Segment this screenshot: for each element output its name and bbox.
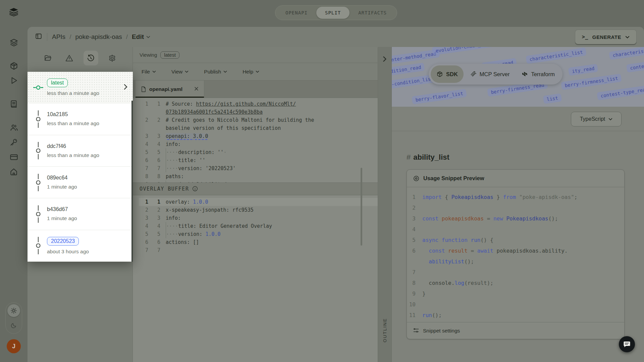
history-scrollbar[interactable] [131,101,133,262]
speakeasy-logo-icon[interactable] [7,6,20,19]
tab-artifacts[interactable]: ARTIFACTS [350,7,395,19]
branch-head-icon [32,72,44,103]
sidebar-item-billing[interactable] [7,150,20,164]
editor-scrollbar[interactable] [361,168,362,246]
version-row-latest[interactable]: latest less than a minute ago [28,72,133,103]
chevron-down-icon [625,36,630,39]
usage-snippet-card: Usage Snippet Preview 1import { Pokeapis… [407,169,625,339]
snippet-code[interactable]: 1import { Pokeapisdkoas } from "poke-api… [407,187,624,323]
version-row[interactable]: 10a2185 less than a minute ago [28,103,133,135]
chevron-right-icon[interactable] [124,84,127,91]
tab-filename: openapi.yaml [149,86,182,92]
commit-node-icon [32,198,44,229]
version-badge-latest: latest [47,79,68,87]
artifact-panel: encounter-method_read evolution-chain_li… [392,47,644,362]
sidebar-item-docs[interactable] [7,97,20,111]
target-terraform-label: Terraform [531,71,555,77]
snippet-title: Usage Snippet Preview [423,175,484,182]
terraform-icon [522,71,528,77]
sidebar-item-packages[interactable] [7,59,20,72]
menu-help[interactable]: Help [243,69,259,75]
dark-mode-button[interactable] [7,319,20,332]
version-time: 1 minute ago [47,184,133,190]
overlay-buffer-editor[interactable]: 11overlay: 1.0.0 22x-speakeasy-jsonpath:… [133,195,378,280]
operation-tag: berry-firmness_list [561,74,622,90]
avatar[interactable]: J [7,339,21,353]
tab-split[interactable]: SPLIT [316,7,350,19]
header-divider [47,33,47,41]
operation-tag: evolution-chain_list [432,47,495,55]
problems-button[interactable] [62,51,76,65]
hash-prefix: # [407,153,411,161]
target-mcp-server[interactable]: MCP Server [464,65,516,83]
commit-node-icon [32,167,44,198]
version-hash: 10a2185 [47,111,133,117]
operation-tag: characteristic_list [609,47,644,60]
breadcrumb-edit-label: Edit [132,33,144,41]
tab-openapi-yaml[interactable]: openapi.yaml [136,81,204,98]
version-history-panel: latest less than a minute ago 10a2185 le… [28,72,133,262]
operation-tag: characteristic_list [526,48,587,64]
sidebar-item-runs[interactable] [7,74,20,87]
sidebar-collapse-icon[interactable] [35,33,42,41]
snippet-settings-row[interactable]: Snippet settings [407,322,624,339]
breadcrumb-separator: / [69,33,71,41]
version-row[interactable]: 089ec64 1 minute ago [28,167,133,198]
sidebar-item-api-keys[interactable] [7,136,20,149]
menu-file[interactable]: File [142,69,156,75]
version-hash: 089ec64 [47,175,133,181]
operation-tag: contest-type_read [597,85,644,100]
terminal-icon: >_ [582,34,588,40]
yaml-editor[interactable]: 11# Source: https://gist.github.com/Nicc… [133,98,378,183]
theme-toggle [5,302,22,334]
version-hash: b436d67 [47,206,133,212]
left-nav-rail: J [0,0,28,362]
chevron-down-icon [223,70,227,73]
generate-button[interactable]: >_ GENERATE [575,30,637,44]
sidebar-item-apis[interactable] [7,36,20,49]
editor-settings-button[interactable] [105,51,120,65]
sliders-icon [413,327,419,334]
sun-icon [10,307,17,314]
breadcrumb-edit-dropdown[interactable]: Edit [132,33,150,41]
moon-icon [10,322,17,329]
editor-menu-bar: File View Publish Help [133,63,378,81]
sidebar-item-home[interactable] [7,165,20,178]
version-row-20220523[interactable]: 20220523 about 3 hours ago [28,230,133,262]
viewing-label: Viewing [140,52,157,58]
editor-left-toolbar [28,47,132,69]
chevron-down-icon [256,70,259,73]
sidebar-item-members[interactable] [7,121,20,134]
commit-node-icon [32,230,44,261]
commit-node-icon [32,103,44,135]
chat-fab-button[interactable] [619,336,635,352]
breadcrumb-separator: / [126,33,128,41]
target-sdk[interactable]: SDK [431,65,464,83]
breadcrumb-apis[interactable]: APIs [52,33,65,41]
info-icon[interactable] [192,186,198,192]
menu-view[interactable]: View [171,69,189,75]
breadcrumb-project[interactable]: poke-apisdk-oas [75,33,122,41]
target-terraform[interactable]: Terraform [516,65,560,83]
outline-label[interactable]: OUTLINE [382,318,387,343]
target-sdk-label: SDK [446,71,458,77]
version-row[interactable]: b436d67 1 minute ago [28,198,133,230]
editor-tab-bar: openapi.yaml [133,81,378,98]
chevron-down-icon [185,70,189,73]
version-time: less than a minute ago [47,120,133,126]
language-select[interactable]: TypeScript [571,112,622,126]
chevron-right-icon [382,56,387,62]
light-mode-button[interactable] [7,304,20,317]
expand-panel-button[interactable] [382,56,387,63]
chevron-down-icon [608,118,612,120]
gear-icon [108,54,116,62]
menu-publish[interactable]: Publish [204,69,227,75]
version-row[interactable]: ddc7f46 less than a minute ago [28,135,133,167]
view-mode-switcher: OPENAPI SPLIT ARTIFACTS [275,5,397,20]
tab-openapi[interactable]: OPENAPI [277,7,316,19]
viewing-version-badge: latest [160,51,179,59]
file-explorer-button[interactable] [40,51,55,65]
version-history-button[interactable] [84,51,98,65]
chevron-down-icon [146,36,150,38]
close-icon[interactable] [194,86,199,92]
